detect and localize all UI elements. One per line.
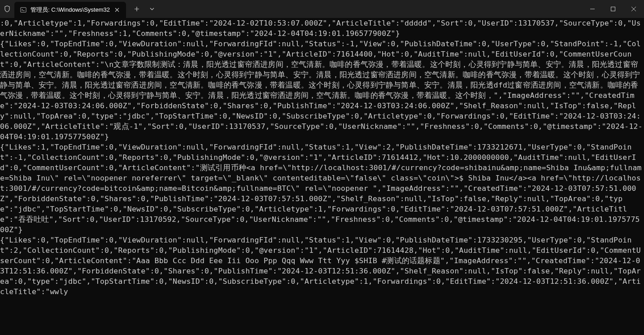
new-tab-button[interactable] <box>129 2 145 16</box>
svg-rect-1 <box>611 7 615 11</box>
window-controls <box>582 0 644 18</box>
tab-close-button[interactable] <box>112 4 122 15</box>
maximize-button[interactable] <box>603 0 623 18</box>
terminal-output[interactable]: :0,"Articletype":1,"Forwardings":0,"Edit… <box>0 18 644 335</box>
minimize-button[interactable] <box>582 0 603 18</box>
close-button[interactable] <box>623 0 644 18</box>
admin-shield-icon <box>0 0 14 18</box>
titlebar-left: 管理员: C:\Windows\System32 <box>0 0 159 18</box>
tab-dropdown-button[interactable] <box>145 2 159 16</box>
terminal-icon <box>20 6 27 13</box>
tab-title: 管理员: C:\Windows\System32 <box>30 6 110 14</box>
tab-active[interactable]: 管理员: C:\Windows\System32 <box>14 2 126 18</box>
titlebar: 管理员: C:\Windows\System32 <box>0 0 644 18</box>
svg-rect-0 <box>21 8 26 13</box>
